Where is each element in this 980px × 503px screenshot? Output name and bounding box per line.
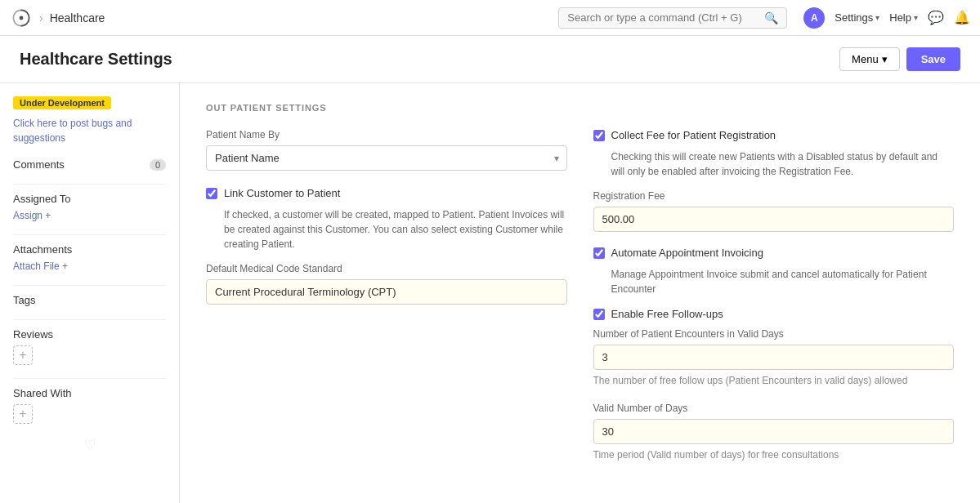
encounters-hint: The number of free follow ups (Patient E… (593, 374, 955, 388)
encounters-input[interactable] (593, 345, 955, 370)
heart-icon: ♡ (13, 437, 166, 452)
valid-days-hint: Time period (Valid number of days) for f… (593, 448, 955, 462)
shared-header: Shared With (13, 387, 166, 399)
help-caret: ▾ (914, 13, 918, 22)
link-customer-row: Link Customer to Patient (206, 187, 567, 199)
divider-5 (13, 378, 166, 379)
page-actions: Menu ▾ Save (839, 47, 960, 71)
avatar[interactable]: A (803, 7, 825, 29)
collect-fee-row: Collect Fee for Patient Registration (593, 129, 955, 141)
search-input[interactable] (567, 11, 759, 24)
divider-1 (13, 184, 166, 185)
comments-label: Comments (13, 158, 65, 171)
shared-label: Shared With (13, 387, 72, 399)
encounters-label: Number of Patient Encounters in Valid Da… (593, 328, 955, 340)
reviews-header: Reviews (13, 328, 166, 341)
under-development-badge: Under Development (13, 96, 111, 109)
logo[interactable] (10, 7, 33, 29)
valid-days-label: Valid Number of Days (593, 403, 955, 414)
search-icon: 🔍 (764, 11, 778, 24)
menu-caret: ▾ (882, 53, 888, 65)
patient-name-by-field: Patient Name By Patient Name Naming Seri… (206, 129, 567, 171)
sidebar-attachments-section: Attachments Attach File + (13, 243, 166, 272)
registration-fee-field: Registration Fee (593, 190, 955, 232)
free-followups-label: Enable Free Follow-ups (611, 308, 723, 320)
notification-icon[interactable]: 🔔 (954, 10, 970, 25)
main-layout: Under Development Click here to post bug… (0, 83, 980, 503)
link-customer-label: Link Customer to Patient (224, 187, 340, 199)
tags-label: Tags (13, 294, 35, 306)
sidebar-assigned-section: Assigned To Assign + (13, 193, 166, 221)
assigned-label: Assigned To (13, 193, 71, 205)
free-followups-checkbox[interactable] (593, 309, 605, 320)
collect-fee-label: Collect Fee for Patient Registration (611, 129, 776, 141)
sidebar-tags-section: Tags (13, 294, 166, 306)
settings-menu[interactable]: Settings ▾ (835, 11, 879, 24)
patient-name-by-label: Patient Name By (206, 129, 567, 140)
comments-count: 0 (150, 159, 166, 171)
tags-header: Tags (13, 294, 166, 306)
default-medical-code-label: Default Medical Code Standard (206, 263, 567, 274)
attachments-label: Attachments (13, 243, 72, 256)
default-medical-code-field: Default Medical Code Standard (206, 263, 567, 305)
divider-3 (13, 285, 166, 286)
bugs-link[interactable]: Click here to post bugs and suggestions (13, 118, 132, 144)
collect-fee-checkbox[interactable] (593, 130, 605, 141)
topnav-right-actions: A Settings ▾ Help ▾ 💬 🔔 (803, 7, 970, 29)
sidebar: Under Development Click here to post bug… (0, 83, 180, 503)
breadcrumb-chevron: › (39, 11, 43, 24)
menu-button[interactable]: Menu ▾ (839, 47, 900, 71)
sidebar-comments-header: Comments 0 (13, 158, 166, 171)
free-followups-row: Enable Free Follow-ups (593, 308, 955, 320)
patient-name-by-select[interactable]: Patient Name Naming Series (206, 145, 567, 171)
sidebar-shared-section: Shared With + (13, 387, 166, 424)
automate-invoicing-checkbox[interactable] (593, 247, 605, 259)
assigned-header: Assigned To (13, 193, 166, 205)
registration-fee-input[interactable] (593, 207, 955, 232)
page-header: Healthcare Settings Menu ▾ Save (0, 36, 980, 83)
sidebar-reviews-section: Reviews + (13, 328, 166, 365)
page-title: Healthcare Settings (20, 50, 172, 69)
main-content: OUT PATIENT SETTINGS Patient Name By Pat… (180, 83, 980, 503)
valid-days-field: Valid Number of Days Time period (Valid … (593, 403, 955, 462)
automate-invoicing-row: Automate Appointment Invoicing (593, 247, 955, 259)
left-column: Patient Name By Patient Name Naming Seri… (206, 129, 567, 477)
global-search[interactable]: 🔍 (558, 7, 787, 29)
settings-caret: ▾ (875, 13, 879, 22)
top-navigation: › Healthcare 🔍 A Settings ▾ Help ▾ 💬 🔔 (0, 0, 980, 36)
link-customer-desc: If checked, a customer will be created, … (224, 207, 567, 252)
help-label: Help (889, 11, 911, 24)
registration-fee-label: Registration Fee (593, 190, 955, 202)
shared-add-button[interactable]: + (13, 404, 33, 424)
valid-days-input[interactable] (593, 419, 955, 444)
save-button[interactable]: Save (906, 47, 960, 71)
encounters-field: Number of Patient Encounters in Valid Da… (593, 328, 955, 388)
menu-button-label: Menu (852, 53, 879, 65)
collect-fee-desc: Checking this will create new Patients w… (611, 149, 955, 179)
reviews-add-button[interactable]: + (13, 345, 33, 365)
divider-2 (13, 234, 166, 235)
attachments-header: Attachments (13, 243, 166, 256)
automate-invoicing-desc: Manage Appointment Invoice submit and ca… (611, 267, 955, 296)
settings-grid: Patient Name By Patient Name Naming Seri… (206, 129, 954, 477)
section-title: OUT PATIENT SETTINGS (206, 103, 954, 113)
help-menu[interactable]: Help ▾ (889, 11, 918, 24)
default-medical-code-input[interactable] (206, 279, 567, 305)
breadcrumb-label: Healthcare (50, 11, 105, 24)
reviews-label: Reviews (13, 328, 53, 341)
right-column: Collect Fee for Patient Registration Che… (593, 129, 955, 477)
sidebar-comments-section: Comments 0 (13, 158, 166, 171)
svg-point-0 (20, 16, 24, 20)
link-customer-checkbox[interactable] (206, 188, 217, 199)
attach-file-action[interactable]: Attach File + (13, 260, 166, 272)
chat-icon[interactable]: 💬 (928, 10, 944, 25)
patient-name-select-wrapper: Patient Name Naming Series ▾ (206, 145, 567, 171)
assign-action[interactable]: Assign + (13, 210, 166, 221)
sidebar-note[interactable]: Click here to post bugs and suggestions (13, 116, 166, 145)
divider-4 (13, 319, 166, 320)
automate-invoicing-label: Automate Appointment Invoicing (611, 247, 763, 259)
settings-label: Settings (835, 11, 873, 24)
